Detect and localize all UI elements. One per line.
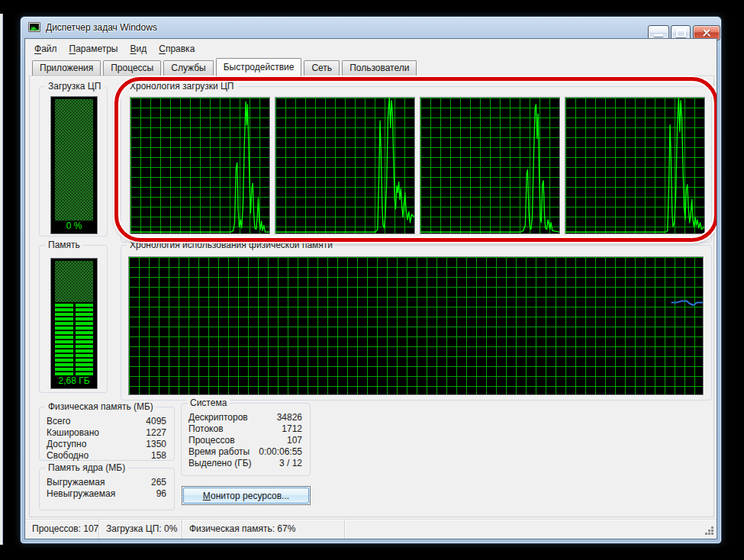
stat-row-paged: Выгружаемая265 [47, 477, 166, 488]
memory-meter-dim-area [55, 261, 93, 302]
stat-row-free: Свободно158 [47, 450, 166, 462]
menu-bar: Файл Параметры Вид Справка [28, 42, 201, 57]
tab-network[interactable]: Сеть [304, 60, 340, 76]
client-area: Файл Параметры Вид Справка Приложения Пр… [24, 38, 717, 539]
cpu-usage-group: Загрузка ЦП 0 % [39, 86, 108, 237]
status-empty-panel [345, 520, 717, 539]
status-cpu-usage: Загрузка ЦП: 0% [99, 520, 182, 539]
tab-strip: Приложения Процессы Службы Быстродействи… [32, 58, 419, 76]
memory-meter-filled-area [55, 304, 93, 375]
menu-help[interactable]: Справка [153, 42, 201, 57]
stat-row-commit: Выделено (ГБ)3 / 12 [188, 458, 302, 469]
stat-row-uptime: Время работы0:00:06:55 [188, 446, 302, 458]
cpu-history-graph-1 [130, 97, 270, 234]
maximize-icon [676, 29, 686, 37]
tab-applications[interactable]: Приложения [32, 60, 101, 76]
cpu-history-graph-2 [275, 97, 415, 234]
minimize-icon [654, 34, 663, 37]
tab-services[interactable]: Службы [163, 60, 213, 76]
cpu-usage-value: 0 % [51, 220, 97, 233]
memory-history-graph [128, 256, 704, 395]
tab-performance[interactable]: Быстродействие [216, 58, 302, 76]
window-title: Диспетчер задач Windows [46, 22, 157, 33]
cpu-usage-meter: 0 % [50, 96, 98, 234]
system-group: Система Дескрипторов34826 Потоков1712 Пр… [181, 403, 311, 476]
memory-gauge-group-label: Память [45, 240, 83, 250]
physical-memory-group-label: Физическая память (МБ) [45, 402, 156, 412]
task-manager-window: Диспетчер задач Windows Файл Параметры В… [20, 16, 722, 544]
tab-users[interactable]: Пользователи [342, 60, 417, 76]
resource-monitor-button-label: Монитор ресурсов... [203, 491, 289, 501]
memory-usage-value: 2,68 ГБ [51, 375, 97, 388]
cpu-usage-group-label: Загрузка ЦП [45, 82, 104, 92]
resize-grip[interactable] [704, 526, 714, 536]
stat-row-cached: Кэшировано1227 [47, 427, 166, 439]
task-manager-icon [28, 22, 40, 32]
memory-history-group-label: Хронология использования физической памя… [127, 240, 336, 250]
resource-monitor-button[interactable]: Монитор ресурсов... [182, 486, 311, 505]
stat-row-nonpaged: Невыгружаемая96 [47, 488, 166, 500]
menu-view[interactable]: Вид [124, 42, 153, 57]
stat-row-threads: Потоков1712 [188, 423, 302, 435]
title-bar[interactable]: Диспетчер задач Windows [21, 17, 721, 38]
menu-options[interactable]: Параметры [63, 42, 124, 57]
cpu-history-graph-3 [420, 97, 560, 234]
close-icon [702, 29, 711, 37]
system-group-label: Система [187, 398, 230, 408]
cpu-meter-dim-area [55, 99, 93, 220]
background-window-edge [0, 14, 3, 545]
stat-row-available: Доступно1350 [47, 439, 166, 450]
kernel-memory-group: Память ядра (МБ) Выгружаемая265 Невыгруж… [39, 468, 175, 510]
cpu-history-group-label: Хронология загрузки ЦП [127, 82, 237, 92]
desktop-background: Диспетчер задач Windows Файл Параметры В… [0, 0, 744, 560]
stat-row-processes: Процессов107 [188, 435, 302, 446]
physical-memory-group: Физическая память (МБ) Всего4095 Кэширов… [39, 407, 175, 461]
menu-file[interactable]: Файл [28, 42, 63, 57]
memory-history-group: Хронология использования физической памя… [121, 245, 712, 401]
cpu-history-group: Хронология загрузки ЦП [121, 86, 712, 243]
performance-tab-page: Загрузка ЦП 0 % Память 2,68 ГБ [29, 76, 714, 517]
stat-row-total: Всего4095 [47, 416, 166, 427]
status-processes: Процессов: 107 [25, 520, 99, 539]
kernel-memory-group-label: Память ядра (МБ) [45, 463, 128, 473]
memory-usage-meter: 2,68 ГБ [50, 258, 98, 389]
status-bar: Процессов: 107 Загрузка ЦП: 0% Физическа… [25, 519, 717, 539]
status-physical-memory: Физическая память: 67% [182, 520, 345, 539]
tab-processes[interactable]: Процессы [103, 60, 161, 76]
cpu-history-graph-4 [565, 97, 705, 234]
memory-gauge-group: Память 2,68 ГБ [39, 245, 108, 393]
stat-row-handles: Дескрипторов34826 [188, 412, 302, 423]
